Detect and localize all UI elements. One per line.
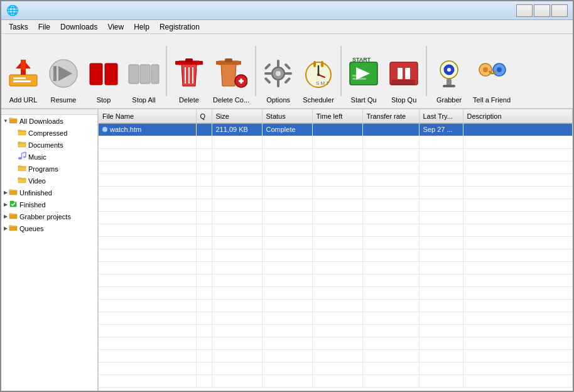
delete-icon [173, 57, 205, 94]
tell-friend-icon [475, 57, 508, 94]
toolbar-btn-start-qu[interactable]: START Start Qu [344, 36, 383, 106]
grabber-label: Grabber [436, 96, 462, 104]
sidebar-item-unfinished[interactable]: ▶ Unfinished [1, 187, 97, 199]
sidebar-item-finished[interactable]: ▶ Finished [1, 199, 97, 210]
sidebar-label-unfinished: Unfinished [19, 189, 52, 197]
menu-item-file[interactable]: File [33, 20, 55, 33]
menu-item-view[interactable]: View [102, 20, 129, 33]
col-header-size[interactable]: Size [212, 109, 262, 123]
menu-item-tasks[interactable]: Tasks [4, 20, 33, 33]
menu-item-registration[interactable]: Registration [154, 20, 205, 33]
svg-rect-27 [277, 60, 279, 67]
col-header-filename[interactable]: File Name [99, 109, 196, 123]
table-row[interactable]: watch.htm211,09 KBCompleteSep 27 ... [99, 123, 573, 136]
sidebar-item-all-downloads[interactable]: ▼ All Downloads [1, 115, 97, 127]
table-row-empty [99, 362, 573, 374]
sidebar-item-programs[interactable]: Programs [1, 163, 97, 175]
sidebar-label-documents: Documents [28, 141, 63, 149]
title-bar: 🌐 [1, 1, 573, 20]
toolbar-btn-add-url[interactable]: Add URL [4, 36, 43, 106]
menu-item-downloads[interactable]: Downloads [55, 20, 102, 33]
toolbar-btn-delete-co[interactable]: Delete Co... [210, 36, 252, 106]
title-left: 🌐 [6, 4, 23, 16]
col-header-desc[interactable]: Description [463, 109, 573, 123]
sidebar-item-grabber-projects[interactable]: ▶ Grabber projects [1, 210, 97, 222]
table-row-empty [99, 173, 573, 186]
toolbar-btn-scheduler[interactable]: S M T Scheduler [299, 36, 338, 106]
tell-friend-label: Tell a Friend [473, 96, 511, 104]
col-header-status[interactable]: Status [262, 109, 312, 123]
toolbar-btn-stop-all[interactable]: Stop All [124, 36, 163, 106]
start-qu-icon: START [347, 57, 380, 94]
content-area: File NameQSizeStatusTime leftTransfer ra… [99, 109, 573, 392]
col-header-lasttry[interactable]: Last Try... [419, 109, 463, 123]
folder-icon-finished [9, 199, 18, 210]
cell-status-0: Complete [262, 123, 312, 136]
file-table: File NameQSizeStatusTime leftTransfer ra… [99, 109, 573, 388]
cell-size-0: 211,09 KB [212, 123, 262, 136]
svg-rect-28 [277, 80, 279, 87]
toolbar-btn-tell-friend[interactable]: Tell a Friend [470, 36, 514, 106]
svg-rect-55 [443, 85, 455, 87]
sidebar-label-finished: Finished [19, 201, 46, 209]
svg-rect-8 [90, 63, 102, 85]
sidebar-item-video[interactable]: Video [1, 175, 97, 187]
sidebar-item-music[interactable]: Music [1, 151, 97, 163]
menu-item-help[interactable]: Help [129, 20, 154, 33]
toolbar-btn-delete[interactable]: Delete [170, 36, 208, 106]
svg-line-63 [22, 152, 26, 153]
folder-icon-all-downloads [9, 116, 18, 126]
table-row-empty [99, 186, 573, 199]
sidebar-header [1, 109, 97, 115]
table-header-row: File NameQSizeStatusTime leftTransfer ra… [99, 109, 573, 123]
svg-rect-37 [321, 61, 323, 67]
svg-point-40 [317, 74, 320, 76]
toolbar-btn-resume[interactable]: Resume [44, 36, 83, 106]
toolbar-btn-options[interactable]: Options [259, 36, 298, 106]
cell-desc-0 [463, 123, 573, 136]
table-row-empty [99, 136, 573, 148]
maximize-button[interactable] [534, 4, 550, 17]
options-icon [262, 57, 295, 94]
toolbar-btn-stop[interactable]: Stop [84, 36, 123, 106]
table-row-empty [99, 211, 573, 224]
sidebar-label-music: Music [28, 153, 46, 161]
table-row-empty [99, 161, 573, 173]
svg-rect-33 [284, 63, 291, 70]
svg-marker-50 [391, 80, 415, 85]
folder-icon-documents [18, 139, 26, 150]
svg-rect-36 [313, 61, 316, 67]
toolbar-btn-stop-qu[interactable]: Stop Qu [384, 36, 423, 106]
svg-rect-31 [264, 63, 271, 70]
folder-icon-queues [9, 223, 18, 234]
sidebar-item-compressed[interactable]: Compressed [1, 127, 97, 139]
minimize-button[interactable] [516, 4, 533, 17]
start-qu-label: Start Qu [351, 96, 377, 104]
table-row-empty [99, 286, 573, 299]
folder-icon-programs [18, 163, 26, 174]
col-header-q[interactable]: Q [196, 109, 212, 123]
cell-timeleft-0 [312, 123, 362, 136]
svg-rect-1 [13, 77, 26, 79]
close-button[interactable] [551, 4, 568, 17]
toolbar-btn-grabber[interactable]: Grabber [430, 36, 468, 106]
delete-label: Delete [179, 96, 199, 104]
table-row-empty [99, 299, 573, 312]
tree-arrow-queues: ▶ [3, 226, 9, 231]
col-header-timeleft[interactable]: Time left [312, 109, 362, 123]
toolbar-separator [340, 46, 342, 96]
toolbar-separator [426, 46, 427, 96]
cell-filename-0: watch.htm [99, 123, 196, 136]
svg-rect-48 [398, 68, 403, 79]
sidebar-item-queues[interactable]: ▶ Queues [1, 222, 97, 234]
svg-rect-15 [185, 58, 193, 62]
sidebar-label-programs: Programs [28, 165, 58, 173]
sidebar-label-video: Video [28, 177, 46, 185]
col-header-rate[interactable]: Transfer rate [362, 109, 419, 123]
svg-point-59 [497, 67, 502, 72]
svg-rect-32 [264, 77, 271, 84]
sidebar: ▼ All Downloads Compressed Documents Mus… [1, 109, 99, 392]
cell-rate-0 [362, 123, 419, 136]
sidebar-item-documents[interactable]: Documents [1, 139, 97, 151]
svg-rect-45 [352, 75, 361, 77]
